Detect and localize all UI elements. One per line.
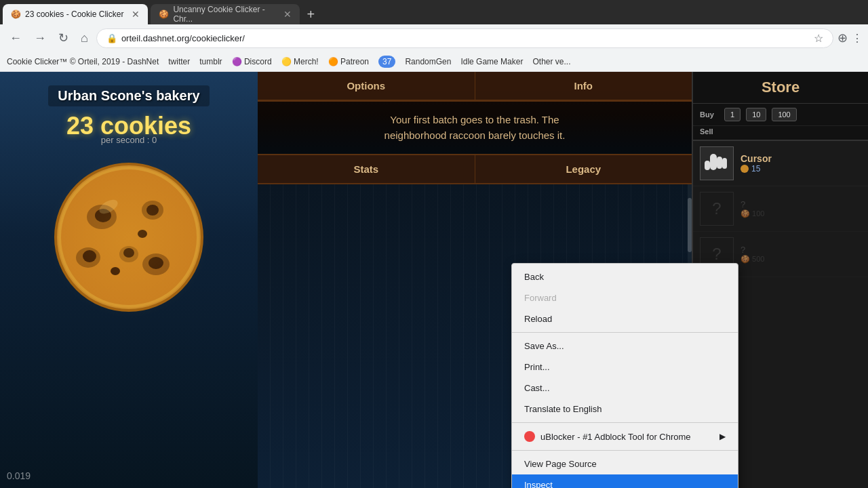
context-print-label: Print...: [524, 362, 550, 372]
context-reload[interactable]: Reload: [512, 308, 738, 329]
context-translate-label: Translate to English: [524, 404, 601, 414]
ublocker-label: uBlocker - #1 Adblock Tool for Chrome: [540, 432, 691, 442]
context-view-source-label: View Page Source: [524, 459, 597, 469]
ublocker-icon: [524, 431, 535, 442]
separator-2: [512, 422, 738, 423]
separator-1: [512, 332, 738, 333]
context-print[interactable]: Print...: [512, 357, 738, 378]
context-translate[interactable]: Translate to English: [512, 399, 738, 420]
context-back[interactable]: Back: [512, 266, 738, 287]
separator-3: [512, 450, 738, 451]
context-ublocker[interactable]: uBlocker - #1 Adblock Tool for Chrome ▶: [512, 426, 738, 447]
context-forward-label: Forward: [524, 293, 557, 303]
context-cast-label: Cast...: [524, 383, 550, 393]
context-inspect-label: Inspect: [524, 480, 553, 488]
context-save-as[interactable]: Save As...: [512, 336, 738, 357]
ublocker-content: uBlocker - #1 Adblock Tool for Chrome: [524, 431, 691, 442]
context-reload-label: Reload: [524, 314, 552, 324]
context-cast[interactable]: Cast...: [512, 378, 738, 399]
context-save-as-label: Save As...: [524, 341, 564, 351]
context-forward: Forward: [512, 287, 738, 308]
ublocker-arrow: ▶: [719, 432, 726, 441]
context-menu-overlay: Back Forward Reload Save As... Print... …: [0, 0, 868, 488]
context-view-source[interactable]: View Page Source: [512, 453, 738, 474]
context-inspect[interactable]: Inspect: [512, 474, 738, 488]
context-menu: Back Forward Reload Save As... Print... …: [511, 263, 738, 488]
context-back-label: Back: [524, 272, 544, 282]
